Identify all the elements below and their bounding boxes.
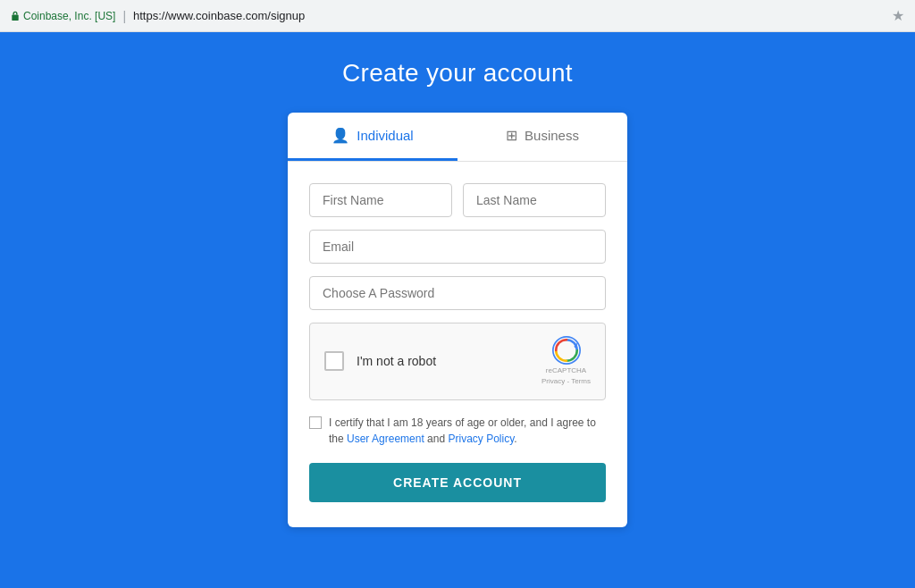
password-input[interactable] [309,276,606,310]
recaptcha-branding: reCAPTCHA Privacy - Terms [541,336,591,387]
certify-text: I certify that I am 18 years of age or o… [329,415,606,447]
bookmark-icon[interactable]: ★ [892,7,904,24]
certify-checkbox[interactable] [309,416,322,429]
recaptcha-logo-icon [552,336,581,365]
recaptcha-links: Privacy - Terms [541,377,591,386]
recaptcha-service-label: reCAPTCHA [546,366,586,375]
name-row [309,183,606,217]
recaptcha-checkbox[interactable] [324,351,344,371]
recaptcha-label: I'm not a robot [357,354,436,368]
tab-business-label: Business [525,128,579,143]
signup-card: 👤 Individual ⊞ Business [288,113,627,527]
lock-icon [11,11,20,21]
first-name-input[interactable] [309,183,452,217]
form-body: I'm not a robot reCAPTCHA Privacy - Term… [288,162,627,527]
user-agreement-link[interactable]: User Agreement [347,433,424,445]
tab-business[interactable]: ⊞ Business [458,113,627,161]
separator: | [122,9,126,23]
tab-individual[interactable]: 👤 Individual [288,113,458,161]
tab-individual-label: Individual [357,128,413,143]
security-text: Coinbase, Inc. [US] [23,10,115,22]
security-badge: Coinbase, Inc. [US] [11,10,115,22]
account-type-tabs: 👤 Individual ⊞ Business [288,113,627,162]
recaptcha-widget[interactable]: I'm not a robot reCAPTCHA Privacy - Term… [309,323,606,400]
certify-row: I certify that I am 18 years of age or o… [309,415,606,447]
create-account-button[interactable]: CREATE ACCOUNT [309,463,606,502]
recaptcha-left: I'm not a robot [324,351,436,371]
business-icon: ⊞ [506,127,517,144]
individual-icon: 👤 [332,127,349,144]
url-bar[interactable]: https://www.coinbase.com/signup [133,9,885,22]
email-input[interactable] [309,230,606,264]
browser-chrome: Coinbase, Inc. [US] | https://www.coinba… [0,0,915,32]
svg-rect-0 [12,14,18,20]
page-title: Create your account [342,59,573,88]
page-content: Create your account 👤 Individual ⊞ Busin… [0,32,915,588]
last-name-input[interactable] [463,183,606,217]
privacy-policy-link[interactable]: Privacy Policy [448,433,514,445]
